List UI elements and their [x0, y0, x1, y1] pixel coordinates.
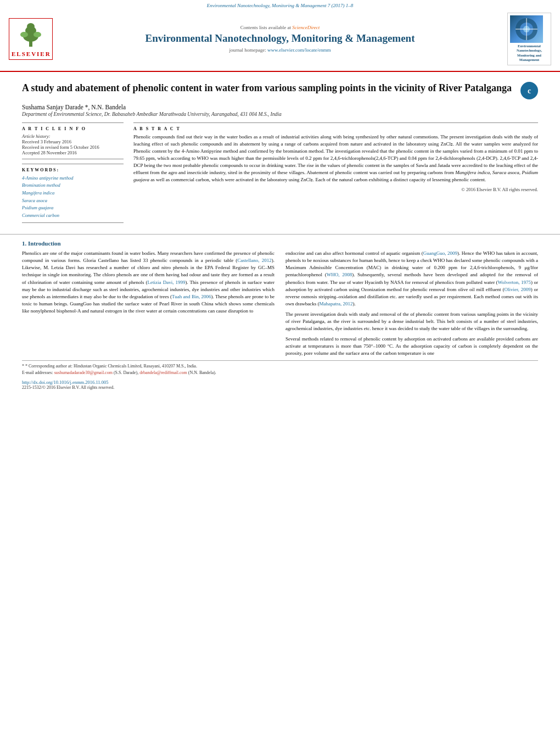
email1-name: (S.S. Darade),	[114, 370, 138, 375]
email2-name: (N.N. Bandela).	[188, 370, 216, 375]
rights-line: 2215-1532/© 2016 Elsevier B.V. All right…	[22, 385, 538, 390]
affiliation: Department of Environmental Science, Dr.…	[22, 111, 538, 117]
email2-link[interactable]: drbandela@rediffmail.com	[139, 370, 187, 375]
elsevier-logo-box: ELSEVIER	[9, 18, 53, 60]
body-left-col: Phenolics are one of the major contamina…	[22, 250, 275, 360]
journal-logo-text: EnvironmentalNanotechnology,Monitoring a…	[510, 44, 548, 63]
elsevier-logo: ELSEVIER	[9, 18, 53, 60]
left-col: A R T I C L E I N F O Article history: R…	[22, 122, 124, 224]
intro-para-4: Several methods related to removal of ph…	[285, 336, 538, 357]
keywords-heading: Keywords:	[22, 168, 124, 172]
footnote-email: E-mail addresses: sushumadadarade30@gmai…	[22, 370, 538, 376]
elsevier-text: ELSEVIER	[12, 51, 50, 57]
wolverton-ref[interactable]: Wolverton, 1975	[498, 280, 531, 285]
email-label: E-mail addresses:	[22, 370, 53, 375]
tuah-ref[interactable]: Tuah and Bin, 2006	[172, 294, 211, 299]
introduction-section: 1. Introduction Phenolics are one of the…	[0, 240, 560, 360]
confirmed-text: confirmed	[248, 148, 268, 154]
article-info-section: A R T I C L E I N F O Article history: R…	[22, 122, 124, 159]
article-info-heading: A R T I C L E I N F O	[22, 126, 124, 131]
journal-logo-box: EnvironmentalNanotechnology,Monitoring a…	[507, 13, 551, 65]
guangguo-ref[interactable]: GuangGuo, 2009	[423, 250, 457, 256]
keyword-4: Saraca asoca	[22, 197, 124, 205]
keywords-section: Keywords: 4-Amino antipyrine method Brom…	[22, 164, 124, 224]
svg-text:c: c	[528, 87, 531, 95]
letizia-ref[interactable]: Letizia Davi, 1999	[148, 280, 186, 285]
intro-para-2: endocrine and can also affect hormonal c…	[285, 250, 538, 307]
journal-logo-img	[510, 15, 543, 43]
olivier-ref[interactable]: Olivier, 2009	[504, 287, 530, 292]
article-title: A study and abatement of phenolic conten…	[22, 82, 515, 94]
author-names: Sushama Sanjay Darade *, N.N. Bandela	[22, 104, 126, 110]
header-center: Contents lists available at ScienceDirec…	[58, 25, 502, 53]
bottom-bar: http://dx.doi.org/10.1016/j.enmm.2016.11…	[22, 380, 538, 390]
contents-available-text: Contents lists available at	[240, 25, 291, 30]
email1-link[interactable]: sushumadadarade30@gmail.com	[54, 370, 113, 375]
crossmark-icon: c	[520, 82, 538, 99]
keyword-2: Bromination method	[22, 182, 124, 189]
mahapatra-ref[interactable]: Mahapatra, 2012	[319, 301, 352, 306]
sciencedirect-link[interactable]: ScienceDirect	[292, 25, 320, 30]
footnote-star: * * Corresponding author at: Hindustan O…	[22, 363, 538, 370]
intro-para-3: The present investigation deals with stu…	[285, 311, 538, 332]
footnote-star-text: * Corresponding author at: Hindustan Org…	[25, 364, 197, 369]
contents-available: Contents lists available at ScienceDirec…	[58, 25, 502, 30]
svg-point-3	[27, 23, 35, 30]
svg-point-4	[20, 32, 28, 37]
keyword-1: 4-Amino antipyrine method	[22, 175, 124, 182]
elsevier-tree-icon	[14, 21, 47, 48]
abstract-text: Phenolic compounds find out their way in…	[133, 133, 538, 183]
abstract-heading: A B S T R A C T	[133, 126, 538, 131]
crossmark-svg: c	[520, 82, 538, 99]
authors: Sushama Sanjay Darade *, N.N. Bandela	[22, 104, 538, 110]
article-body: A study and abatement of phenolic conten…	[0, 72, 560, 229]
article-info-abstract: A R T I C L E I N F O Article history: R…	[22, 122, 538, 224]
received1: Received 3 February 2016	[22, 139, 124, 144]
svg-point-5	[33, 32, 41, 37]
journal-header: Environmental Nanotechnology, Monitoring…	[0, 0, 560, 72]
page: Environmental Nanotechnology, Monitoring…	[0, 0, 560, 742]
footnotes-section: * * Corresponding author at: Hindustan O…	[22, 360, 538, 376]
history-label: Article history:	[22, 133, 124, 139]
keyword-5: Psidium guajava	[22, 204, 124, 212]
keyword-3: Mangifera indica	[22, 189, 124, 197]
crossmark-badge: c	[520, 82, 538, 99]
section-divider	[0, 234, 560, 235]
castellano-ref[interactable]: Castellano, 2012	[237, 258, 271, 263]
journal-logo-icon	[510, 15, 543, 43]
intro-para-1: Phenolics are one of the major contamina…	[22, 250, 275, 314]
intro-heading: 1. Introduction	[22, 240, 538, 247]
abstract-section: A B S T R A C T Phenolic compounds find …	[133, 122, 538, 192]
who-ref[interactable]: WHO, 2008	[327, 272, 352, 277]
journal-logo-right: EnvironmentalNanotechnology,Monitoring a…	[507, 13, 551, 65]
accepted: Accepted 28 November 2016	[22, 150, 124, 155]
doi-line[interactable]: http://dx.doi.org/10.1016/j.enmm.2016.11…	[22, 380, 538, 385]
right-col: A B S T R A C T Phenolic compounds find …	[133, 122, 538, 224]
journal-title: Environmental Nanotechnology, Monitoring…	[58, 32, 502, 45]
body-right-col: endocrine and can also affect hormonal c…	[285, 250, 538, 360]
header-content: ELSEVIER Contents lists available at Sci…	[0, 9, 560, 69]
article-title-section: A study and abatement of phenolic conten…	[22, 77, 538, 99]
header-top-bar: Environmental Nanotechnology, Monitoring…	[0, 0, 560, 9]
homepage-link[interactable]: www.elsevier.com/locate/enmm	[267, 47, 331, 53]
keyword-6: Commercial carbon	[22, 212, 124, 220]
body-two-col: Phenolics are one of the major contamina…	[22, 250, 538, 360]
article-history: Article history: Received 3 February 201…	[22, 133, 124, 155]
copyright-line: © 2016 Elsevier B.V. All rights reserved…	[133, 187, 538, 192]
received-revised: Received in revised form 5 October 2016	[22, 144, 124, 150]
journal-name-top: Environmental Nanotechnology, Monitoring…	[207, 3, 354, 8]
journal-homepage: journal homepage: www.elsevier.com/locat…	[58, 47, 502, 53]
homepage-label: journal homepage:	[229, 47, 266, 53]
